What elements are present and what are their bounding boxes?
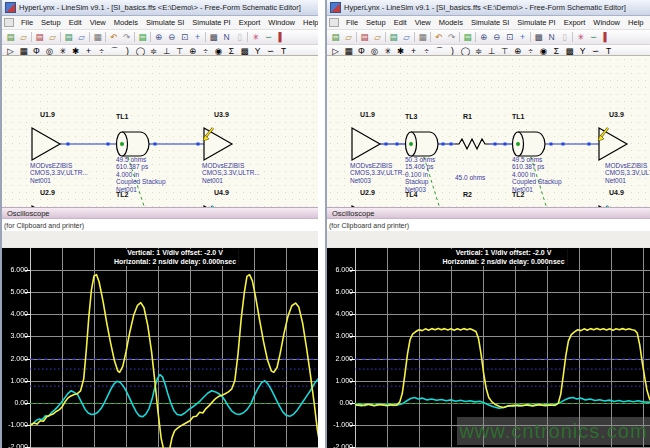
part-value-line: 0.100 in bbox=[405, 171, 435, 178]
zoom-area-button[interactable]: ⊡ bbox=[178, 31, 191, 43]
undo-button[interactable]: ↶ bbox=[432, 31, 445, 43]
report-button[interactable]: ▯ bbox=[558, 31, 571, 43]
menu-window[interactable]: Window bbox=[264, 18, 299, 27]
driver-symbol[interactable] bbox=[352, 128, 380, 160]
junction-dot[interactable] bbox=[504, 143, 507, 146]
toolbar-separator bbox=[205, 32, 206, 42]
y-axis-tick-label: 2.000 bbox=[327, 355, 353, 363]
menu-setup[interactable]: Setup bbox=[362, 18, 390, 27]
save-button[interactable]: ▤ bbox=[387, 31, 400, 43]
wizard-button[interactable]: ✳ bbox=[574, 31, 587, 43]
y-axis-tick-label: 0.00 bbox=[2, 399, 28, 407]
menu-models[interactable]: Models bbox=[435, 18, 467, 27]
junction-dot[interactable] bbox=[550, 143, 553, 146]
wizard-button[interactable]: ✳ bbox=[249, 31, 262, 43]
toolbar-separator bbox=[150, 32, 151, 42]
undo-button[interactable]: ↶ bbox=[107, 31, 120, 43]
redo-button[interactable]: ↷ bbox=[120, 31, 133, 43]
menu-view[interactable]: View bbox=[86, 18, 110, 27]
junction-dot[interactable] bbox=[396, 143, 399, 146]
junction-dot[interactable] bbox=[107, 143, 110, 146]
scope-settings-readout: Vertical: 1 V/div offset: -2.0 VHorizont… bbox=[111, 249, 239, 266]
save-as-button[interactable]: ▱ bbox=[400, 31, 413, 43]
driver-symbol[interactable] bbox=[32, 128, 60, 160]
report-button[interactable]: ▯ bbox=[233, 31, 246, 43]
junction-dot[interactable] bbox=[562, 143, 565, 146]
open-recent-button[interactable]: ▱ bbox=[371, 31, 384, 43]
menu-help[interactable]: Help bbox=[624, 18, 647, 27]
open-schematic-button[interactable]: ▱ bbox=[342, 31, 355, 43]
mdi-child-icon[interactable] bbox=[329, 18, 339, 27]
zoom-in-button[interactable]: ⊕ bbox=[152, 31, 165, 43]
menu-edit[interactable]: Edit bbox=[65, 18, 86, 27]
mdi-child-icon[interactable] bbox=[4, 18, 14, 27]
y-axis-tick-label: -1.000 bbox=[2, 421, 28, 429]
part-value-label: 50.3 ohms15.406 ps0.100 inStackupNet003 bbox=[405, 156, 435, 193]
junction-dot[interactable] bbox=[154, 143, 157, 146]
junction-dot[interactable] bbox=[197, 143, 200, 146]
menu-file[interactable]: File bbox=[342, 18, 362, 27]
junction-dot[interactable] bbox=[588, 143, 591, 146]
oscilloscope-panel-titlebar[interactable]: Oscilloscope bbox=[327, 207, 650, 219]
menu-file[interactable]: File bbox=[17, 18, 37, 27]
export-page-button[interactable]: ▤ bbox=[358, 31, 371, 43]
watermark-text: www.cntronics.com bbox=[459, 420, 647, 443]
board-view-button[interactable]: ▩ bbox=[207, 31, 220, 43]
zoom-area-button[interactable]: ⊡ bbox=[503, 31, 516, 43]
menu-edit[interactable]: Edit bbox=[390, 18, 411, 27]
stackup-editor-button[interactable]: ▤ bbox=[136, 31, 149, 43]
y-axis-tick-label: 0.00 bbox=[327, 399, 353, 407]
menu-export[interactable]: Export bbox=[235, 18, 265, 27]
junction-dot[interactable] bbox=[67, 143, 70, 146]
junction-dot[interactable] bbox=[442, 143, 445, 146]
menu-help[interactable]: Help bbox=[299, 18, 318, 27]
save-as-button[interactable]: ▱ bbox=[75, 31, 88, 43]
redo-button[interactable]: ↷ bbox=[445, 31, 458, 43]
open-recent-button[interactable]: ▱ bbox=[46, 31, 59, 43]
toolbar-separator bbox=[247, 32, 248, 42]
new-schematic-button[interactable]: ▤ bbox=[329, 31, 342, 43]
menu-view[interactable]: View bbox=[411, 18, 435, 27]
schematic-canvas[interactable]: U1.9TL3R1TL1U3.9U2.9TL4R2TL2U4.9MODvsEZI… bbox=[327, 55, 650, 208]
menu-window[interactable]: Window bbox=[589, 18, 624, 27]
menu-simulate-pi[interactable]: Simulate PI bbox=[513, 18, 559, 27]
part-ref-label: U2.9 bbox=[40, 189, 55, 196]
zoom-in-button[interactable]: ⊕ bbox=[477, 31, 490, 43]
part-value-line: 4.000 in bbox=[512, 171, 562, 178]
part-value-label: 49.5 ohms610.387 ps4.000 inCoupled Stack… bbox=[512, 156, 562, 193]
zoom-out-button[interactable]: ⊖ bbox=[165, 31, 178, 43]
menu-export[interactable]: Export bbox=[560, 18, 590, 27]
menu-simulate-si[interactable]: Simulate SI bbox=[142, 18, 188, 27]
part-value-line: 49.5 ohms bbox=[512, 156, 562, 163]
clipped-icon-button[interactable]: ▌ bbox=[600, 31, 613, 43]
oscilloscope-panel-titlebar[interactable]: Oscilloscope bbox=[2, 207, 318, 219]
stackup-editor-button[interactable]: ▤ bbox=[461, 31, 474, 43]
menu-simulate-pi[interactable]: Simulate PI bbox=[188, 18, 234, 27]
board-view-button[interactable]: ▩ bbox=[532, 31, 545, 43]
netlist-button[interactable]: N bbox=[545, 31, 558, 43]
zoom-out-button[interactable]: ⊖ bbox=[490, 31, 503, 43]
junction-dot[interactable] bbox=[385, 143, 388, 146]
part-value-line: 15.406 ps bbox=[405, 163, 435, 170]
attach-scope-button[interactable]: ∽ bbox=[587, 31, 600, 43]
menu-setup[interactable]: Setup bbox=[37, 18, 65, 27]
save-button[interactable]: ▤ bbox=[62, 31, 75, 43]
resistor-symbol[interactable] bbox=[455, 139, 489, 149]
schematic-canvas[interactable]: U1.9TL1U3.9U2.9TL2U4.9MODvsEZIBISCMOS,3.… bbox=[2, 55, 318, 208]
print-button[interactable]: ▦ bbox=[416, 31, 429, 43]
new-schematic-button[interactable]: ▤ bbox=[4, 31, 17, 43]
menu-models[interactable]: Models bbox=[110, 18, 142, 27]
junction-dot[interactable] bbox=[450, 143, 453, 146]
y-axis-tick-label: 6.000 bbox=[2, 266, 28, 274]
attach-scope-button[interactable]: ∽ bbox=[262, 31, 275, 43]
pan-button[interactable]: + bbox=[516, 31, 529, 43]
open-schematic-button[interactable]: ▱ bbox=[17, 31, 30, 43]
netlist-button[interactable]: N bbox=[220, 31, 233, 43]
pan-button[interactable]: + bbox=[191, 31, 204, 43]
junction-dot[interactable] bbox=[494, 143, 497, 146]
menu-bar: FileSetupEditViewModelsSimulate SISimula… bbox=[327, 16, 650, 30]
export-page-button[interactable]: ▤ bbox=[33, 31, 46, 43]
menu-simulate-si[interactable]: Simulate SI bbox=[467, 18, 513, 27]
clipped-icon-button[interactable]: ▌ bbox=[275, 31, 288, 43]
print-button[interactable]: ▦ bbox=[91, 31, 104, 43]
